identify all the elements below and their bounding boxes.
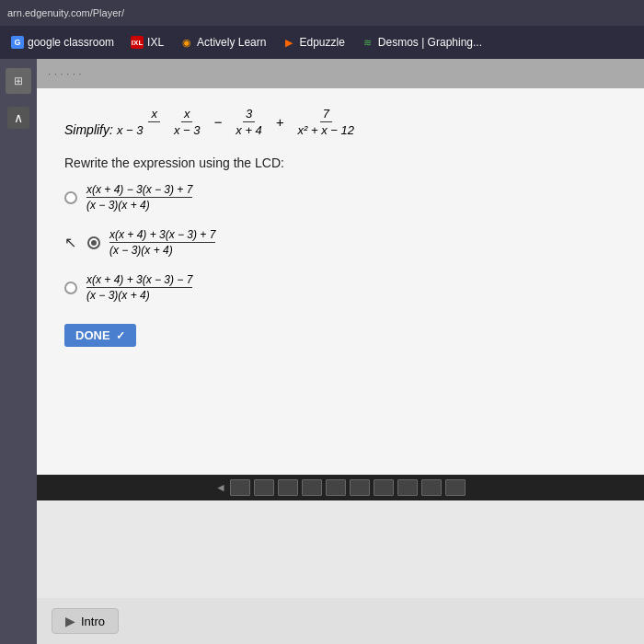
film-cell-6[interactable]	[350, 479, 370, 496]
edpuzzle-icon: ▶	[282, 36, 295, 49]
film-cell-10[interactable]	[445, 479, 466, 496]
cursor-arrow-icon: ↖	[64, 234, 76, 251]
url-text: arn.edgenuity.com/Player/	[7, 7, 124, 18]
calculator-icon[interactable]: ⊞	[6, 68, 31, 94]
option-a-radio[interactable]	[64, 191, 77, 204]
film-cell-2[interactable]	[254, 479, 274, 496]
option-b-row[interactable]: ↖ x(x + 4) + 3(x − 3) + 7 (x − 3)(x + 4)	[64, 228, 616, 257]
bottom-bar: ▶ Intro	[37, 598, 644, 644]
option-b-den: (x − 3)(x + 4)	[109, 243, 173, 257]
option-a-fraction: x(x + 4) − 3(x − 3) + 7 (x − 3)(x + 4)	[86, 183, 192, 212]
filmstrip: ◄	[37, 475, 644, 500]
browser-url-bar: arn.edgenuity.com/Player/	[0, 0, 644, 26]
intro-label: Intro	[81, 615, 105, 628]
film-cell-9[interactable]	[421, 479, 442, 496]
film-cell-8[interactable]	[397, 479, 418, 496]
main-frac1: x x − 3	[171, 107, 203, 137]
option-a-num: x(x + 4) − 3(x − 3) + 7	[86, 183, 192, 198]
expr-term1: x − 3	[117, 123, 144, 137]
left-sidebar: ⊞ ∧	[0, 59, 37, 644]
content-title: · · · · · ·	[48, 67, 82, 80]
fraction1-den	[150, 122, 159, 137]
option-c-den: (x − 3)(x + 4)	[86, 288, 150, 302]
nav-up-arrow[interactable]: ∧	[7, 107, 29, 129]
minus-op: −	[214, 114, 223, 130]
option-a-den: (x − 3)(x + 4)	[86, 198, 150, 212]
simplify-expression: Simplify: x − 3 x x x − 3 − 3 x +	[64, 107, 616, 137]
intro-button[interactable]: ▶ Intro	[52, 608, 119, 634]
question-card: Simplify: x − 3 x x x − 3 − 3 x +	[37, 88, 644, 475]
simplify-label: Simplify:	[64, 122, 113, 137]
option-c-row[interactable]: x(x + 4) + 3(x − 3) − 7 (x − 3)(x + 4)	[64, 273, 616, 302]
content-panel: · · · · · · Simplify: x − 3 x x x − 3	[37, 59, 644, 644]
bookmark-actively-learn[interactable]: ◉ Actively Learn	[175, 33, 271, 52]
bookmark-desmos-label: Desmos | Graphing...	[378, 36, 482, 49]
ixl-icon: IXL	[131, 36, 144, 49]
intro-play-icon: ▶	[65, 614, 75, 628]
done-label: DONE	[75, 328, 110, 342]
main-frac3: 7 x² + x − 12	[295, 107, 357, 137]
bookmark-desmos[interactable]: ≋ Desmos | Graphing...	[356, 33, 488, 52]
option-c-fraction: x(x + 4) + 3(x − 3) − 7 (x − 3)(x + 4)	[86, 273, 192, 302]
option-b-radio[interactable]	[87, 236, 100, 249]
option-a-row[interactable]: x(x + 4) − 3(x − 3) + 7 (x − 3)(x + 4)	[64, 183, 616, 212]
main-frac3-num: 7	[320, 107, 332, 122]
bookmark-google-label: google classroom	[28, 36, 114, 49]
content-top-bar: · · · · · ·	[37, 59, 644, 88]
desmos-icon: ≋	[362, 36, 374, 49]
film-cell-7[interactable]	[374, 479, 394, 496]
done-check-icon: ✓	[116, 329, 125, 342]
bookmark-edpuzzle-label: Edpuzzle	[299, 36, 344, 49]
main-frac3-den: x² + x − 12	[295, 122, 357, 137]
film-cell-4[interactable]	[302, 479, 322, 496]
main-frac2-den: x + 4	[233, 122, 265, 137]
google-classroom-icon: G	[11, 36, 24, 49]
film-cell-3[interactable]	[278, 479, 298, 496]
fraction1-num: x	[148, 107, 160, 122]
done-button[interactable]: DONE ✓	[64, 324, 136, 347]
bookmark-ixl-label: IXL	[147, 36, 164, 49]
filmstrip-left-arrow[interactable]: ◄	[215, 481, 226, 494]
fraction1: x	[148, 107, 160, 137]
bookmark-edpuzzle[interactable]: ▶ Edpuzzle	[277, 33, 350, 52]
bookmark-google-classroom[interactable]: G google classroom	[6, 33, 120, 52]
option-b-num: x(x + 4) + 3(x − 3) + 7	[109, 228, 215, 243]
film-cell-1[interactable]	[230, 479, 250, 496]
film-cell-5[interactable]	[326, 479, 346, 496]
bookmarks-bar: G google classroom IXL IXL ◉ Actively Le…	[0, 26, 644, 59]
main-frac2: 3 x + 4	[233, 107, 265, 137]
bookmark-ixl[interactable]: IXL IXL	[125, 33, 169, 52]
lcd-instruction: Rewrite the expression using the LCD:	[64, 155, 616, 170]
main-frac2-num: 3	[243, 107, 255, 122]
main-frac1-num: x	[181, 107, 193, 122]
plus-op: +	[276, 114, 284, 130]
option-c-num: x(x + 4) + 3(x − 3) − 7	[86, 273, 192, 288]
main-frac1-den: x − 3	[171, 122, 203, 137]
option-b-fraction: x(x + 4) + 3(x − 3) + 7 (x − 3)(x + 4)	[109, 228, 215, 257]
main-area: ⊞ ∧ · · · · · · Simplify: x − 3 x	[0, 59, 644, 644]
actively-learn-icon: ◉	[180, 36, 193, 49]
option-c-radio[interactable]	[64, 282, 77, 294]
bookmark-actively-learn-label: Actively Learn	[197, 36, 266, 49]
